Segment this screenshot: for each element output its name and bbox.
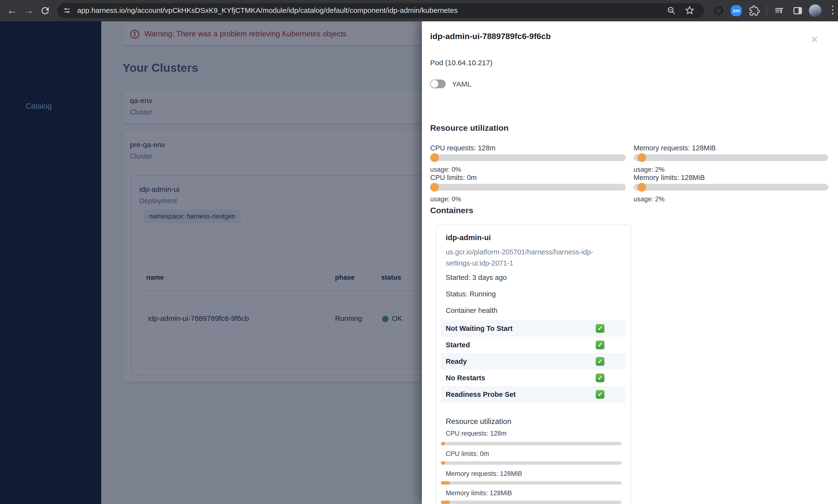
media-controls-icon[interactable] [774,5,785,16]
sub-meter-label-memory-requests: Memory requests: 128MiB [446,470,522,478]
meter-label-cpu-requests: CPU requests: 128m [430,144,495,152]
bookmark-star-icon[interactable] [685,5,695,16]
meter-knob [638,183,646,192]
back-icon[interactable]: ← [7,4,17,16]
yaml-toggle-label: YAML [452,80,471,88]
check-icon: ✓ [596,374,605,382]
extensions-puzzle-icon[interactable] [749,5,760,16]
check-icon: ✓ [596,324,605,333]
containers-heading: Containers [430,206,473,215]
panel-subtitle: Pod (10.64.10.217) [430,59,492,67]
loom-extension-icon[interactable] [713,5,724,16]
health-check-row: Readiness Probe Set ✓ [441,386,625,402]
url-text: app.harness.io/ng/account/vpCkHKsDSxK9_K… [77,6,458,15]
check-icon: ✓ [596,390,605,399]
container-status: Status: Running [446,290,496,298]
app-window: ← → app.harness.io/ng/account/vpCkHKsDSx… [0,0,838,504]
address-bar[interactable]: app.harness.io/ng/account/vpCkHKsDSxK9_K… [57,3,704,18]
sub-meter-fill [441,501,450,504]
sub-meter-bar-memory-requests [441,481,622,485]
browser-toolbar: ← → app.harness.io/ng/account/vpCkHKsDSx… [0,0,838,21]
sub-meter-label-cpu-limits: CPU limits: 0m [446,450,489,458]
side-panel-icon[interactable] [792,5,803,16]
meter-usage-memory-requests: usage: 2% [634,166,665,174]
container-name: idp-admin-ui [446,233,491,242]
container-image: us.gcr.io/platform-205701/harness/harnes… [446,247,613,269]
sub-meter-fill [441,442,445,445]
health-check-row: Not Waiting To Start ✓ [441,320,625,337]
meter-knob [638,153,646,162]
site-settings-icon[interactable] [63,7,71,15]
container-health-heading: Container health [446,307,497,314]
health-check-row: Ready ✓ [441,353,625,370]
yaml-toggle[interactable] [430,79,446,88]
meter-knob [430,183,439,192]
container-resource-heading: Resource utilization [446,417,511,426]
browser-profile-avatar[interactable] [809,4,821,17]
reload-icon[interactable] [40,5,51,16]
meter-usage-cpu-requests: usage: 0% [430,166,461,174]
resource-utilization-heading: Resource utilization [430,123,509,133]
sub-meter-bar-cpu-limits [441,461,622,465]
check-icon: ✓ [596,341,605,349]
zoom-extension-icon[interactable]: zm [731,5,742,16]
forward-icon[interactable]: → [23,4,34,16]
container-started: Started: 3 days ago [446,274,507,282]
close-icon[interactable]: × [811,32,818,47]
panel-title: idp-admin-ui-7889789fc6-9f6cb [430,32,551,41]
meter-knob [430,153,439,162]
meter-label-memory-limits: Memory limits: 128MiB [634,174,705,182]
zoom-page-icon[interactable] [667,6,676,16]
sub-meter-bar-memory-limits [441,501,622,504]
toolbar-divider [767,6,767,16]
toggle-knob [431,80,438,88]
meter-label-cpu-limits: CPU limits: 0m [430,174,477,182]
browser-menu-icon[interactable]: ⋮ [827,4,838,16]
meter-bar-memory-limits [634,184,828,191]
meter-usage-memory-limits: usage: 2% [634,196,665,203]
sub-meter-bar-cpu-requests [441,442,622,445]
sub-meter-label-memory-limits: Memory limits: 128MiB [446,489,512,497]
health-check-row: No Restarts ✓ [441,370,625,386]
health-check-row: Started ✓ [441,337,625,353]
sub-meter-fill [441,461,445,465]
meter-usage-cpu-limits: usage: 0% [430,196,461,203]
meter-bar-cpu-limits [430,184,626,191]
meter-bar-memory-requests [634,154,828,161]
meter-bar-cpu-requests [430,154,626,161]
meter-label-memory-requests: Memory requests: 128MiB [634,144,716,152]
check-icon: ✓ [596,357,605,366]
sub-meter-fill [441,481,450,485]
sub-meter-label-cpu-requests: CPU requests: 128m [446,430,507,437]
